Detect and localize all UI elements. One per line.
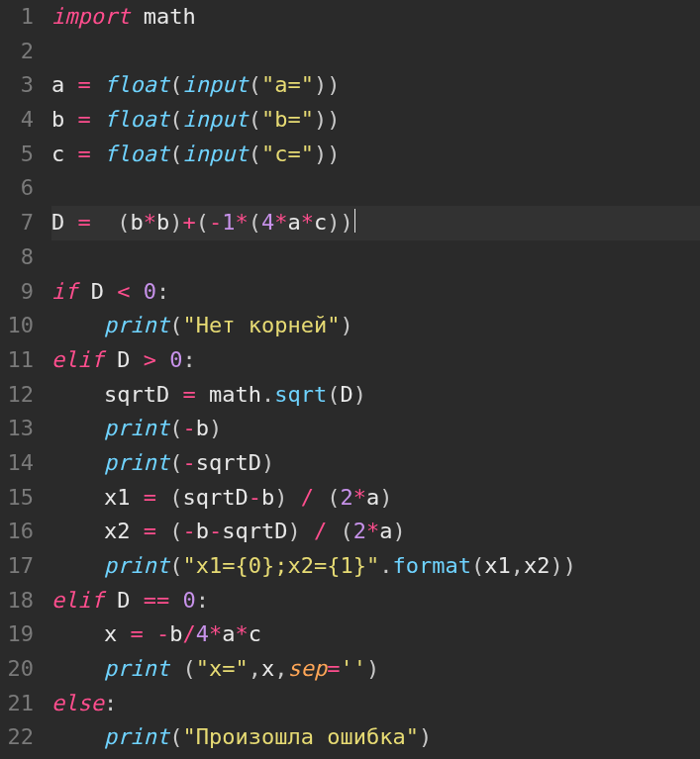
token-keyword: if (51, 279, 78, 304)
token-op: = (130, 621, 143, 646)
token-op: - (182, 416, 195, 440)
token-builtin: input (182, 142, 248, 166)
token-punct: ) (379, 485, 392, 510)
token-punct: ) (353, 382, 366, 407)
token-op: - (182, 519, 195, 543)
code-line[interactable]: x2 = (-b-sqrtD) / (2*a) (51, 515, 700, 549)
token-punct: ) (563, 553, 576, 578)
token-op: * (236, 210, 249, 235)
token-punct: ) (340, 313, 352, 337)
token-num: 0 (144, 279, 156, 304)
code-line[interactable] (51, 240, 700, 275)
line-number: 22 (0, 720, 34, 755)
token-builtin: print (104, 553, 169, 578)
code-line[interactable]: else: (51, 687, 700, 721)
token-punct: : (156, 279, 169, 304)
token-op: > (144, 347, 156, 372)
code-line[interactable]: print(-b) (51, 412, 700, 446)
token-var: c (314, 210, 327, 235)
token-punct: ( (169, 450, 182, 475)
line-number: 15 (0, 481, 34, 516)
code-line[interactable]: b = float(input("b=")) (51, 103, 700, 138)
token-punct: ) (274, 485, 287, 510)
line-number: 9 (0, 275, 34, 310)
token-punct: ) (209, 416, 222, 440)
token-var: D (117, 347, 130, 372)
token-var: a (288, 210, 301, 235)
token-keyword: elif (51, 588, 104, 613)
token-punct: : (196, 588, 209, 613)
code-line[interactable]: print(-sqrtD) (51, 446, 700, 481)
token-op: = (144, 485, 156, 510)
line-number: 21 (0, 687, 34, 721)
token-var: math (209, 382, 261, 407)
token-op: - (156, 621, 169, 646)
code-line[interactable]: sqrtD = math.sqrt(D) (51, 378, 700, 413)
line-number: 17 (0, 549, 34, 584)
line-number: 18 (0, 584, 34, 618)
token-var: D (51, 210, 64, 235)
token-builtin: print (104, 724, 169, 749)
token-builtin: print (104, 656, 169, 681)
token-punct: ) (314, 107, 327, 132)
line-number: 4 (0, 103, 34, 138)
token-var: a (51, 72, 64, 97)
token-op: / (182, 621, 195, 646)
code-line[interactable]: print("x1={0};x2={1}".format(x1,x2)) (51, 549, 700, 584)
code-line[interactable]: x = -b/4*a*c (51, 617, 700, 652)
code-line[interactable]: if D < 0: (51, 275, 700, 310)
token-var: x (261, 656, 274, 681)
token-num: 2 (340, 485, 352, 510)
token-builtin: input (182, 107, 248, 132)
code-editor[interactable]: 12345678910111213141516171819202122 impo… (0, 0, 700, 759)
token-op: == (144, 588, 170, 613)
token-str: "x1={0};x2={1}" (182, 553, 379, 578)
token-num: 1 (222, 210, 235, 235)
code-line[interactable] (51, 171, 700, 206)
code-line[interactable]: a = float(input("a=")) (51, 68, 700, 103)
token-str: "Нет корней" (182, 313, 340, 337)
token-keyword: import (51, 4, 130, 29)
code-line[interactable]: D = (b*b)+(-1*(4*a*c)) (51, 206, 700, 240)
code-area[interactable]: import matha = float(input("a="))b = flo… (46, 0, 700, 759)
token-keyword: elif (51, 347, 104, 372)
token-op: - (182, 450, 195, 475)
token-kwarg: sep (287, 656, 327, 681)
line-number: 2 (0, 35, 34, 69)
code-line[interactable]: x1 = (sqrtD-b) / (2*a) (51, 481, 700, 516)
code-line[interactable]: print ("x=",x,sep='') (51, 652, 700, 687)
token-builtin: float (104, 72, 169, 97)
token-builtin: print (104, 313, 169, 337)
code-line[interactable]: elif D > 0: (51, 343, 700, 378)
token-punct: ( (169, 313, 182, 337)
token-punct: ( (117, 210, 130, 235)
token-num: 2 (353, 519, 366, 543)
code-line[interactable]: c = float(input("c=")) (51, 138, 700, 172)
code-line[interactable]: print("Нет корней") (51, 309, 700, 343)
line-number: 5 (0, 138, 34, 172)
token-op: * (144, 210, 156, 235)
token-op: * (301, 210, 314, 235)
code-line[interactable] (51, 35, 700, 69)
token-punct: , (249, 656, 261, 681)
code-line[interactable]: print("Произошла ошибка") (51, 720, 700, 755)
token-num: 4 (196, 621, 209, 646)
token-var: D (340, 382, 352, 407)
token-punct: ( (196, 210, 209, 235)
code-line[interactable]: elif D == 0: (51, 584, 700, 618)
token-op: < (117, 279, 130, 304)
token-punct: ( (169, 107, 182, 132)
line-number: 6 (0, 171, 34, 206)
line-number: 19 (0, 617, 34, 652)
token-punct: ) (419, 724, 432, 749)
token-op: = (78, 142, 91, 166)
token-punct: : (182, 347, 195, 372)
token-punct: ( (182, 656, 195, 681)
code-line[interactable]: import math (51, 0, 700, 35)
token-var: x (104, 621, 117, 646)
token-var: sqrtD (182, 485, 248, 510)
line-number: 8 (0, 240, 34, 275)
token-punct: ) (261, 450, 274, 475)
token-num: 0 (182, 588, 195, 613)
token-op: = (182, 382, 195, 407)
